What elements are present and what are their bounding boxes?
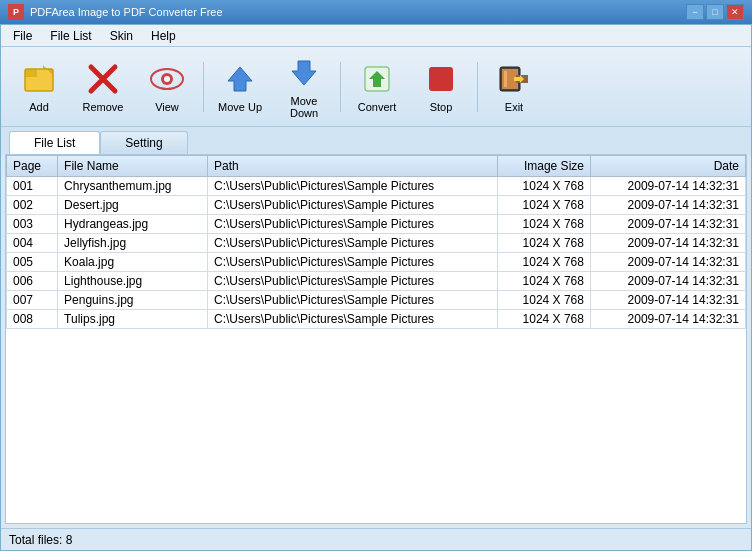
menu-bar: File File List Skin Help [1,25,751,47]
cell-date: 2009-07-14 14:32:31 [590,310,745,329]
menu-skin[interactable]: Skin [102,27,141,45]
cell-imagesize: 1024 X 768 [498,196,591,215]
cell-page: 001 [7,177,58,196]
move-down-label: Move Down [275,95,333,119]
view-button[interactable]: View [137,53,197,121]
cell-imagesize: 1024 X 768 [498,291,591,310]
col-date: Date [590,156,745,177]
cell-date: 2009-07-14 14:32:31 [590,253,745,272]
cell-page: 004 [7,234,58,253]
convert-label: Convert [358,101,397,113]
remove-icon [85,61,121,97]
table-row[interactable]: 006 Lighthouse.jpg C:\Users\Public\Pictu… [7,272,746,291]
menu-help[interactable]: Help [143,27,184,45]
status-bar: Total files: 8 [1,528,751,550]
cell-path: C:\Users\Public\Pictures\Sample Pictures [208,177,498,196]
col-imagesize: Image Size [498,156,591,177]
convert-button[interactable]: Convert [347,53,407,121]
stop-icon [423,61,459,97]
remove-label: Remove [83,101,124,113]
cell-imagesize: 1024 X 768 [498,234,591,253]
remove-button[interactable]: Remove [73,53,133,121]
stop-button[interactable]: Stop [411,53,471,121]
cell-filename: Chrysanthemum.jpg [58,177,208,196]
table-row[interactable]: 007 Penguins.jpg C:\Users\Public\Picture… [7,291,746,310]
table-row[interactable]: 001 Chrysanthemum.jpg C:\Users\Public\Pi… [7,177,746,196]
cell-filename: Penguins.jpg [58,291,208,310]
cell-page: 008 [7,310,58,329]
cell-path: C:\Users\Public\Pictures\Sample Pictures [208,253,498,272]
table-row[interactable]: 002 Desert.jpg C:\Users\Public\Pictures\… [7,196,746,215]
tab-setting[interactable]: Setting [100,131,187,154]
col-filename: File Name [58,156,208,177]
cell-page: 002 [7,196,58,215]
move-up-button[interactable]: Move Up [210,53,270,121]
view-icon [149,61,185,97]
cell-imagesize: 1024 X 768 [498,272,591,291]
toolbar-separator-1 [203,62,204,112]
table-wrapper[interactable]: Page File Name Path Image Size Date 001 … [6,155,746,523]
svg-point-4 [164,76,170,82]
cell-filename: Jellyfish.jpg [58,234,208,253]
move-down-button[interactable]: Move Down [274,53,334,121]
cell-path: C:\Users\Public\Pictures\Sample Pictures [208,291,498,310]
convert-icon [359,61,395,97]
cell-path: C:\Users\Public\Pictures\Sample Pictures [208,310,498,329]
maximize-button[interactable]: □ [706,4,724,20]
close-button[interactable]: ✕ [726,4,744,20]
cell-date: 2009-07-14 14:32:31 [590,215,745,234]
cell-date: 2009-07-14 14:32:31 [590,177,745,196]
window-title: PDFArea Image to PDF Converter Free [30,6,223,18]
move-up-icon [222,61,258,97]
status-text: Total files: 8 [9,533,72,547]
cell-filename: Lighthouse.jpg [58,272,208,291]
cell-path: C:\Users\Public\Pictures\Sample Pictures [208,272,498,291]
stop-label: Stop [430,101,453,113]
view-label: View [155,101,179,113]
cell-path: C:\Users\Public\Pictures\Sample Pictures [208,215,498,234]
svg-marker-5 [228,67,252,91]
table-row[interactable]: 003 Hydrangeas.jpg C:\Users\Public\Pictu… [7,215,746,234]
add-icon [21,61,57,97]
table-row[interactable]: 005 Koala.jpg C:\Users\Public\Pictures\S… [7,253,746,272]
file-table: Page File Name Path Image Size Date 001 … [6,155,746,329]
move-up-label: Move Up [218,101,262,113]
content-area: Page File Name Path Image Size Date 001 … [5,154,747,524]
exit-button[interactable]: Exit [484,53,544,121]
toolbar-separator-2 [340,62,341,112]
cell-path: C:\Users\Public\Pictures\Sample Pictures [208,234,498,253]
cell-date: 2009-07-14 14:32:31 [590,196,745,215]
add-label: Add [29,101,49,113]
cell-date: 2009-07-14 14:32:31 [590,234,745,253]
table-row[interactable]: 008 Tulips.jpg C:\Users\Public\Pictures\… [7,310,746,329]
toolbar: Add Remove View [1,47,751,127]
cell-imagesize: 1024 X 768 [498,215,591,234]
menu-file[interactable]: File [5,27,40,45]
exit-icon [496,61,532,97]
svg-rect-1 [25,69,37,77]
cell-page: 003 [7,215,58,234]
cell-filename: Koala.jpg [58,253,208,272]
add-button[interactable]: Add [9,53,69,121]
table-header-row: Page File Name Path Image Size Date [7,156,746,177]
cell-date: 2009-07-14 14:32:31 [590,291,745,310]
table-body: 001 Chrysanthemum.jpg C:\Users\Public\Pi… [7,177,746,329]
cell-filename: Desert.jpg [58,196,208,215]
cell-filename: Hydrangeas.jpg [58,215,208,234]
cell-imagesize: 1024 X 768 [498,310,591,329]
toolbar-separator-3 [477,62,478,112]
title-bar: P PDFArea Image to PDF Converter Free − … [0,0,752,24]
svg-rect-14 [504,71,507,87]
move-down-icon [286,55,322,91]
menu-file-list[interactable]: File List [42,27,99,45]
cell-imagesize: 1024 X 768 [498,177,591,196]
table-row[interactable]: 004 Jellyfish.jpg C:\Users\Public\Pictur… [7,234,746,253]
col-path: Path [208,156,498,177]
tab-file-list[interactable]: File List [9,131,100,154]
cell-path: C:\Users\Public\Pictures\Sample Pictures [208,196,498,215]
cell-page: 007 [7,291,58,310]
minimize-button[interactable]: − [686,4,704,20]
cell-page: 005 [7,253,58,272]
app-icon: P [8,4,24,20]
col-page: Page [7,156,58,177]
